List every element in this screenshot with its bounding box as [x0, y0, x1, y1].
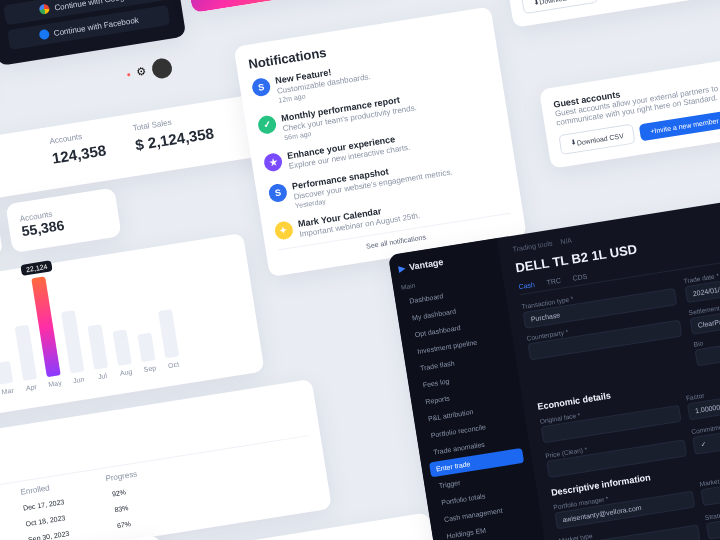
accounts-value: 124,358 [51, 141, 107, 166]
notifications-card: Notifications SNew Feature!Customizable … [234, 6, 527, 277]
guest-card: Guest accounts Guest accounts allow your… [539, 46, 720, 169]
invite-button[interactable]: + Invite a new member [639, 110, 720, 141]
chart-bar [158, 309, 179, 359]
chart-bar [0, 361, 13, 385]
hero-card: Symbols. The easiest way to build your o… [171, 0, 390, 13]
google-icon [39, 3, 50, 14]
chart-xlabel: Aug [119, 368, 134, 377]
chart-xlabel: Jun [71, 375, 86, 384]
tab-cds[interactable]: CDS [572, 273, 588, 282]
chart-xlabel: Jul [95, 372, 110, 381]
tab-cash[interactable]: Cash [518, 281, 535, 290]
settings-card: Standard. ⚙Your settings General Members… [491, 0, 720, 28]
chart-xlabel: Mar [0, 387, 15, 396]
chart-xlabel: Sep [142, 364, 157, 373]
alert-icon[interactable]: ● [126, 70, 131, 78]
login-card: Password •••••••• Keep me logged in Forg… [0, 0, 186, 66]
avatar[interactable] [151, 57, 174, 80]
chart-bar [87, 324, 108, 370]
chart-xlabel: May [48, 379, 63, 388]
chart-bar [15, 325, 37, 382]
chart-xlabel: Oct [166, 360, 181, 369]
download-csv-button[interactable]: ⬇ Download CSV [521, 0, 599, 14]
chart-xlabel: Apr [24, 383, 39, 392]
chart-bar [113, 329, 132, 366]
download-csv-button[interactable]: ⬇ Download CSV [558, 124, 636, 156]
header-icons: ● ⚙ [125, 57, 174, 84]
facebook-icon [38, 29, 49, 40]
chart-bar [137, 332, 155, 362]
load-box: System Load 14.4% [0, 206, 3, 272]
other-box: Accounts 55,386 [5, 187, 121, 253]
gear-icon[interactable]: ⚙ [136, 65, 148, 79]
logo-icon: ▶ [398, 263, 406, 274]
chart-tooltip: 22,124 [20, 260, 53, 276]
tab-trc[interactable]: TRC [546, 277, 561, 286]
chart-bar: 22,124 [31, 276, 60, 377]
chart-bar [61, 310, 85, 373]
